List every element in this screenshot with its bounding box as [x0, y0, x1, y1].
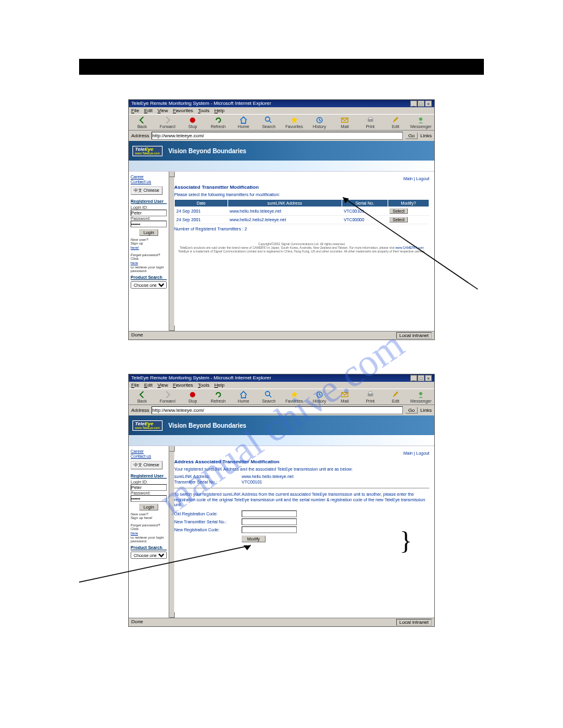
main-link[interactable]: Main: [404, 176, 413, 181]
menu-help[interactable]: Help: [215, 382, 224, 388]
retrieve-link[interactable]: here: [131, 261, 167, 265]
select-button-2[interactable]: Select: [389, 217, 407, 222]
serial-label: Transmitter Serial No.:: [174, 480, 242, 484]
maximize-icon[interactable]: □: [418, 100, 424, 107]
password-input-2[interactable]: [131, 495, 167, 502]
select-button-1[interactable]: Select: [389, 208, 407, 214]
signup-link[interactable]: here!: [131, 246, 167, 249]
transmitters-table: Date sureLINK Address Serial No. Modify?…: [174, 199, 429, 224]
search-button[interactable]: Search: [258, 116, 280, 129]
menu-file[interactable]: File: [131, 108, 139, 113]
password-label: Password:: [131, 491, 151, 495]
main-content-1: Main | Logout Associated Transmitter Mod…: [169, 172, 434, 331]
main-link[interactable]: Main: [404, 451, 413, 455]
login-button[interactable]: Login: [139, 229, 158, 236]
toolbar: Back Forward Stop Refresh Home Search Fa…: [129, 114, 434, 131]
stop-button[interactable]: Stop: [182, 390, 204, 403]
history-button[interactable]: History: [308, 390, 330, 403]
registered-count: Number of Registered Transmitters : 2: [174, 227, 429, 231]
messenger-button[interactable]: Messenger: [410, 390, 432, 403]
home-button[interactable]: Home: [232, 116, 254, 129]
edit-button[interactable]: Edit: [385, 390, 406, 403]
menu-edit[interactable]: Edit: [144, 108, 153, 113]
favorites-button[interactable]: Favorites: [283, 116, 305, 129]
links-label[interactable]: Links: [420, 408, 432, 413]
menu-file[interactable]: File: [131, 382, 139, 388]
address-input[interactable]: [151, 132, 402, 140]
mail-button[interactable]: Mail: [334, 390, 356, 403]
teleeye-logo-2: TeleEyewww.TeleEye.com: [132, 420, 163, 431]
logout-link[interactable]: Logout: [416, 451, 429, 455]
menu-view[interactable]: View: [158, 108, 168, 113]
links-label[interactable]: Links: [420, 133, 432, 138]
favorites-button[interactable]: Favorites: [283, 390, 305, 403]
switch-desc: To switch your registered sureLINK Addre…: [174, 492, 429, 507]
modify-button[interactable]: Modify: [242, 536, 266, 542]
old-reg-input[interactable]: [242, 510, 297, 517]
close-icon[interactable]: ×: [425, 375, 432, 381]
search-button[interactable]: Search: [258, 390, 280, 403]
new-reg-label: New Registration Code:: [174, 528, 242, 532]
minimize-icon[interactable]: _: [410, 375, 417, 381]
edit-button[interactable]: Edit: [385, 116, 406, 129]
maximize-icon[interactable]: □: [418, 375, 424, 381]
career-link[interactable]: Career: [131, 175, 167, 179]
history-button[interactable]: History: [308, 116, 330, 129]
contact-link[interactable]: Contact us: [131, 180, 167, 184]
refresh-button[interactable]: Refresh: [207, 116, 229, 129]
print-button[interactable]: Print: [359, 116, 381, 129]
product-search-select[interactable]: Choose one: [131, 281, 167, 289]
new-reg-input[interactable]: [242, 526, 297, 533]
login-id-input[interactable]: [131, 210, 167, 216]
career-link[interactable]: Career: [131, 449, 167, 453]
screenshot-1: TeleEye Remote Monitoring System - Micro…: [128, 99, 435, 340]
close-icon[interactable]: ×: [425, 100, 432, 107]
go-button-2[interactable]: Go: [405, 407, 418, 414]
new-user-note: New user?Sign up here!: [131, 238, 167, 249]
forward-button[interactable]: Forward: [156, 116, 178, 129]
menu-favorites[interactable]: Favorites: [173, 382, 193, 388]
mail-button[interactable]: Mail: [334, 116, 356, 129]
forward-button[interactable]: Forward: [156, 390, 178, 403]
product-search-select-2[interactable]: Choose one: [131, 552, 167, 559]
back-button[interactable]: Back: [131, 390, 153, 403]
login-button-2[interactable]: Login: [139, 504, 158, 510]
window-title: TeleEye Remote Monitoring System - Micro…: [131, 100, 271, 107]
svg-rect-14: [369, 392, 372, 394]
menu-tools[interactable]: Tools: [198, 108, 210, 113]
statusbar: Done Local intranet: [129, 331, 434, 339]
forgot-note: Forget password?Click here to retrieve y…: [131, 523, 167, 543]
logout-link[interactable]: Logout: [416, 176, 429, 181]
menu-favorites[interactable]: Favorites: [173, 108, 193, 113]
page-heading-1: Associated Transmitter Modification: [174, 184, 429, 190]
refresh-button[interactable]: Refresh: [207, 390, 229, 403]
th-serial: Serial No.: [342, 200, 388, 207]
window-controls: _□×: [410, 100, 432, 107]
table-row: 24 Sep 2001 www.hello.hello.teleeye.net …: [175, 207, 429, 216]
menu-tools[interactable]: Tools: [198, 382, 210, 388]
chinese-button[interactable]: 中文 Chinese: [131, 461, 163, 469]
chinese-button[interactable]: 中文 Chinese: [131, 186, 163, 195]
minimize-icon[interactable]: _: [410, 100, 417, 107]
password-input[interactable]: [131, 221, 167, 227]
print-button[interactable]: Print: [359, 390, 381, 403]
menu-view[interactable]: View: [158, 382, 168, 388]
svg-point-9: [190, 392, 196, 398]
retrieve-link[interactable]: here: [131, 531, 167, 535]
new-serial-input[interactable]: [242, 518, 297, 525]
back-button[interactable]: Back: [131, 116, 153, 129]
messenger-button[interactable]: Messenger: [410, 116, 432, 129]
old-reg-label: Old Registration Code:: [174, 512, 242, 516]
menu-edit[interactable]: Edit: [144, 382, 153, 388]
address-input-2[interactable]: [151, 406, 402, 414]
contact-link[interactable]: Contact us: [131, 454, 167, 458]
stop-button[interactable]: Stop: [182, 116, 204, 129]
address-label: Address: [131, 133, 149, 138]
page-heading-2: Address Associated Transmitter Modificat…: [174, 459, 429, 464]
menu-help[interactable]: Help: [215, 108, 224, 113]
login-id-input-2[interactable]: [131, 484, 167, 491]
go-button[interactable]: Go: [405, 132, 418, 139]
home-button[interactable]: Home: [232, 390, 254, 403]
surelink-label: sureLINK Address:: [174, 474, 242, 479]
svg-point-6: [419, 118, 423, 121]
